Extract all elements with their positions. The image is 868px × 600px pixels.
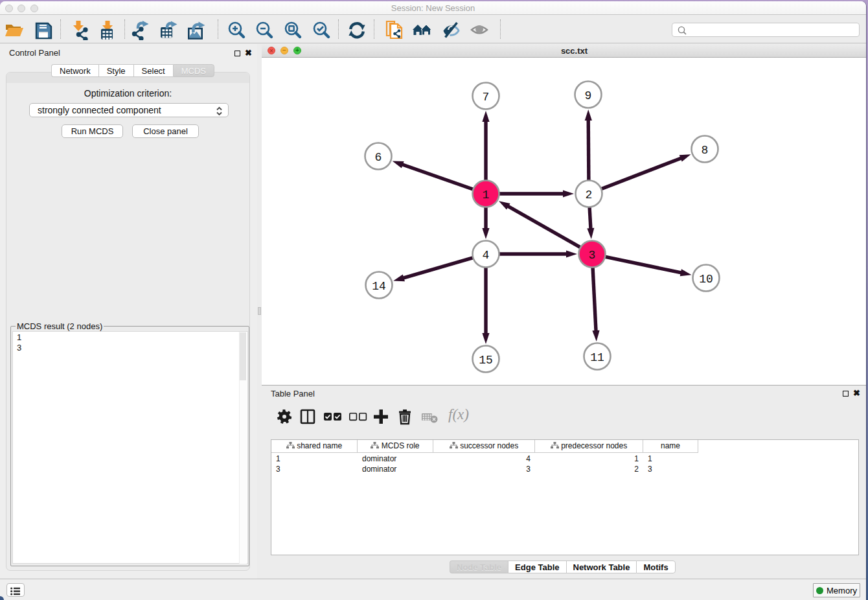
svg-text:11: 11 xyxy=(590,351,604,364)
svg-text:1: 1 xyxy=(483,189,490,202)
svg-text:6: 6 xyxy=(375,151,382,164)
svg-text:3: 3 xyxy=(589,249,596,262)
svg-text:4: 4 xyxy=(483,249,490,262)
svg-text:10: 10 xyxy=(699,273,713,286)
svg-text:7: 7 xyxy=(483,91,490,104)
svg-text:14: 14 xyxy=(372,280,386,293)
svg-text:8: 8 xyxy=(702,144,709,157)
svg-text:2: 2 xyxy=(586,189,593,202)
svg-text:15: 15 xyxy=(479,354,493,367)
svg-text:9: 9 xyxy=(585,89,592,102)
